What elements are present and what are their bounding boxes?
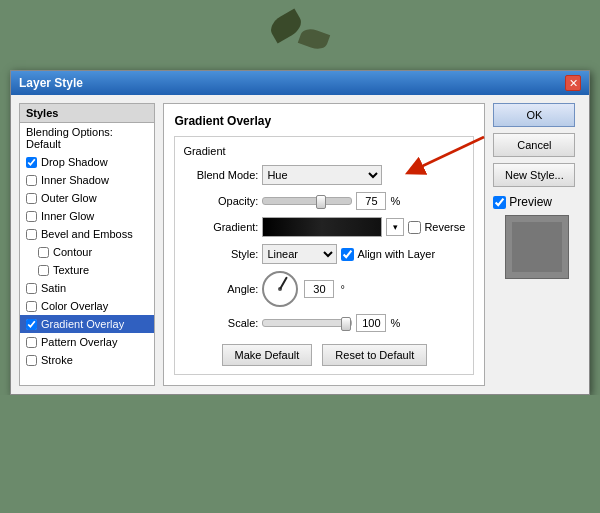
sidebar-item-texture[interactable]: Texture — [20, 261, 154, 279]
opacity-percent: % — [390, 195, 400, 207]
ok-button[interactable]: OK — [493, 103, 575, 127]
dialog-titlebar: Layer Style ✕ — [11, 71, 589, 95]
gradient-bar[interactable] — [262, 217, 382, 237]
drop-shadow-label: Drop Shadow — [41, 156, 108, 168]
sidebar-item-color-overlay[interactable]: Color Overlay — [20, 297, 154, 315]
blending-options-label: Blending Options: Default — [26, 126, 148, 150]
leaf-decoration — [0, 0, 600, 70]
color-overlay-checkbox[interactable] — [26, 301, 37, 312]
preview-box — [505, 215, 569, 279]
gradient-overlay-checkbox[interactable] — [26, 319, 37, 330]
style-select[interactable]: Linear Radial — [262, 244, 337, 264]
texture-checkbox[interactable] — [38, 265, 49, 276]
blend-mode-label: Blend Mode: — [183, 169, 258, 181]
sidebar-item-stroke[interactable]: Stroke — [20, 351, 154, 369]
style-label: Style: — [183, 248, 258, 260]
styles-panel: Styles Blending Options: Default Drop Sh… — [19, 103, 155, 386]
close-button[interactable]: ✕ — [565, 75, 581, 91]
contour-label: Contour — [53, 246, 92, 258]
scale-row: Scale: % — [183, 314, 465, 332]
reset-default-button[interactable]: Reset to Default — [322, 344, 427, 366]
opacity-row: Opacity: % — [183, 192, 465, 210]
dialog-title: Layer Style — [19, 76, 83, 90]
cancel-button[interactable]: Cancel — [493, 133, 575, 157]
opacity-slider[interactable] — [262, 197, 352, 205]
dialog-body: Styles Blending Options: Default Drop Sh… — [11, 95, 589, 394]
new-style-button[interactable]: New Style... — [493, 163, 575, 187]
align-layer-checkbox[interactable] — [341, 248, 354, 261]
scale-label: Scale: — [183, 317, 258, 329]
angle-label: Angle: — [183, 283, 258, 295]
layer-style-dialog: Layer Style ✕ Styles Blending Options: D… — [10, 70, 590, 395]
gradient-overlay-panel: Gradient Overlay Gradient Blend Mode: Hu… — [163, 103, 485, 386]
sidebar-item-contour[interactable]: Contour — [20, 243, 154, 261]
right-panel: OK Cancel New Style... Preview — [493, 103, 581, 386]
angle-control: ° — [262, 271, 344, 307]
angle-dial[interactable] — [262, 271, 298, 307]
opacity-slider-thumb[interactable] — [316, 195, 326, 209]
contour-checkbox[interactable] — [38, 247, 49, 258]
inner-shadow-label: Inner Shadow — [41, 174, 109, 186]
drop-shadow-checkbox[interactable] — [26, 157, 37, 168]
gradient-dropdown-btn[interactable]: ▾ — [386, 218, 404, 236]
sidebar-item-outer-glow[interactable]: Outer Glow — [20, 189, 154, 207]
sidebar-item-inner-shadow[interactable]: Inner Shadow — [20, 171, 154, 189]
style-row: Style: Linear Radial Align with Layer — [183, 244, 465, 264]
satin-label: Satin — [41, 282, 66, 294]
sidebar-item-bevel-emboss[interactable]: Bevel and Emboss — [20, 225, 154, 243]
bottom-buttons: Make Default Reset to Default — [183, 344, 465, 366]
pattern-overlay-checkbox[interactable] — [26, 337, 37, 348]
angle-needle — [280, 276, 289, 289]
scale-percent: % — [390, 317, 400, 329]
reverse-label: Reverse — [424, 221, 465, 233]
inner-glow-label: Inner Glow — [41, 210, 94, 222]
color-overlay-label: Color Overlay — [41, 300, 108, 312]
reverse-checkbox[interactable] — [408, 221, 421, 234]
texture-label: Texture — [53, 264, 89, 276]
stroke-label: Stroke — [41, 354, 73, 366]
stroke-checkbox[interactable] — [26, 355, 37, 366]
opacity-input[interactable] — [356, 192, 386, 210]
angle-row: Angle: ° — [183, 271, 465, 307]
angle-degree: ° — [340, 283, 344, 295]
scale-slider-thumb[interactable] — [341, 317, 351, 331]
preview-checkbox-row: Preview — [493, 195, 581, 209]
align-layer-label: Align with Layer — [357, 248, 435, 260]
sidebar-item-inner-glow[interactable]: Inner Glow — [20, 207, 154, 225]
preview-inner — [512, 222, 562, 272]
make-default-button[interactable]: Make Default — [222, 344, 313, 366]
blend-mode-select[interactable]: Hue Normal Multiply — [262, 165, 382, 185]
gradient-label: Gradient: — [183, 221, 258, 233]
satin-checkbox[interactable] — [26, 283, 37, 294]
preview-label: Preview — [509, 195, 552, 209]
pattern-overlay-label: Pattern Overlay — [41, 336, 117, 348]
leaf-icon-2 — [298, 26, 330, 52]
angle-input[interactable] — [304, 280, 334, 298]
outer-glow-label: Outer Glow — [41, 192, 97, 204]
blend-mode-row: Blend Mode: Hue Normal Multiply — [183, 165, 465, 185]
sidebar-item-satin[interactable]: Satin — [20, 279, 154, 297]
gradient-row: Gradient: ▾ Reverse — [183, 217, 465, 237]
preview-checkbox[interactable] — [493, 196, 506, 209]
scale-slider[interactable] — [262, 319, 352, 327]
inner-glow-checkbox[interactable] — [26, 211, 37, 222]
reverse-checkbox-row: Reverse — [408, 221, 465, 234]
gradient-overlay-label: Gradient Overlay — [41, 318, 124, 330]
opacity-label: Opacity: — [183, 195, 258, 207]
styles-panel-header: Styles — [20, 104, 154, 123]
sidebar-item-pattern-overlay[interactable]: Pattern Overlay — [20, 333, 154, 351]
sidebar-item-gradient-overlay[interactable]: Gradient Overlay — [20, 315, 154, 333]
outer-glow-checkbox[interactable] — [26, 193, 37, 204]
inner-shadow-checkbox[interactable] — [26, 175, 37, 186]
align-with-layer-row: Align with Layer — [341, 248, 435, 261]
bevel-emboss-label: Bevel and Emboss — [41, 228, 133, 240]
bevel-emboss-checkbox[interactable] — [26, 229, 37, 240]
subsection-title: Gradient — [183, 145, 465, 159]
sidebar-item-blending-options[interactable]: Blending Options: Default — [20, 123, 154, 153]
section-title: Gradient Overlay — [174, 114, 474, 128]
sidebar-item-drop-shadow[interactable]: Drop Shadow — [20, 153, 154, 171]
scale-input[interactable] — [356, 314, 386, 332]
